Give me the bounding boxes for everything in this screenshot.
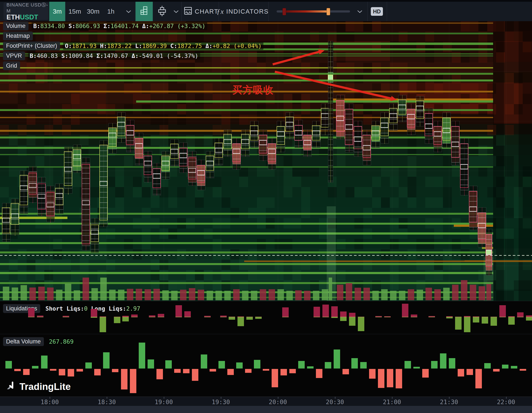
slider-dropdown-chevron-icon[interactable] bbox=[356, 2, 363, 21]
delta-negative-bar bbox=[458, 369, 464, 376]
liq-baseline-tick bbox=[482, 317, 488, 317]
delta-positive-bar bbox=[103, 352, 110, 368]
liq-baseline-tick bbox=[464, 317, 470, 317]
long-liquidation-bar bbox=[508, 317, 515, 325]
grid-indicator-label[interactable]: Grid bbox=[3, 61, 20, 70]
symbol-selector[interactable]: BINANCE USDⓈ-M ETHUSDT bbox=[3, 3, 48, 20]
delta-negative-bar bbox=[183, 369, 190, 373]
liquidations-label[interactable]: Liquidations bbox=[3, 304, 40, 313]
liq-baseline-tick bbox=[473, 317, 479, 317]
liq-baseline-tick bbox=[229, 317, 235, 317]
footprint-icon bbox=[139, 6, 149, 17]
footprint-view-button[interactable] bbox=[135, 2, 153, 21]
candlestick-icon bbox=[157, 5, 167, 18]
delta-negative-bar bbox=[59, 369, 65, 375]
liquidations-header: Liquidations Short Liqs:0 Long Liqs:2.97 bbox=[3, 304, 142, 313]
liq-baseline-tick bbox=[282, 317, 289, 317]
candle-style-chevron-icon[interactable] bbox=[172, 2, 180, 21]
liq-baseline-tick bbox=[428, 317, 435, 317]
delta-negative-bar bbox=[520, 369, 526, 371]
toolbar-divider bbox=[387, 2, 387, 21]
indicator-row-footprint: FootPrint+ (Cluster) O:1871.93 H:1873.22… bbox=[3, 41, 263, 50]
delta-positive-bar bbox=[511, 366, 517, 368]
chart-button[interactable]: CHART bbox=[185, 2, 217, 21]
short-liquidation-bar bbox=[499, 305, 506, 317]
short-liquidation-bar bbox=[323, 305, 329, 317]
time-axis[interactable]: 18:0018:3019:0019:3020:0020:3021:0021:30… bbox=[0, 397, 532, 406]
delta-positive-bar bbox=[413, 367, 420, 368]
short-liquidation-bar bbox=[282, 307, 289, 317]
delta-positive-bar bbox=[440, 353, 446, 368]
hd-quality-badge[interactable]: HD bbox=[371, 7, 383, 16]
delta-negative-bar bbox=[192, 369, 198, 381]
delta-positive-bar bbox=[334, 349, 340, 368]
delta-positive-bar bbox=[254, 360, 260, 368]
long-liquidation-bar bbox=[340, 317, 347, 321]
liq-baseline-tick bbox=[100, 317, 106, 317]
delta-positive-bar bbox=[405, 361, 411, 368]
liq-baseline-tick bbox=[491, 317, 497, 317]
tradinglite-watermark: TradingLite bbox=[6, 381, 71, 393]
timeframe-15m[interactable]: 15m bbox=[66, 2, 83, 21]
delta-negative-bar bbox=[14, 369, 21, 371]
long-liquidation-bar bbox=[358, 317, 364, 331]
time-axis-label: 21:30 bbox=[440, 399, 458, 406]
footprint-indicator-label[interactable]: FootPrint+ (Cluster) bbox=[3, 41, 60, 50]
delta-volume-label[interactable]: Delta Volume bbox=[3, 337, 44, 346]
liq-baseline-tick bbox=[131, 317, 138, 317]
slider-handle-right[interactable] bbox=[326, 8, 330, 15]
liq-baseline-tick bbox=[114, 317, 120, 317]
volume-indicator-label[interactable]: Volume bbox=[3, 22, 28, 30]
delta-positive-bar bbox=[85, 362, 92, 368]
slider-handle-left[interactable] bbox=[282, 8, 286, 15]
vpvr-indicator-label[interactable]: VPVR bbox=[3, 51, 25, 60]
delta-negative-bar bbox=[387, 369, 393, 387]
indicators-button[interactable]: ƒx INDICATORS bbox=[222, 2, 263, 21]
delta-volume-header: Delta Volume 267.869 bbox=[3, 337, 75, 346]
heatmap-indicator-label[interactable]: Heatmap bbox=[3, 32, 33, 40]
liq-baseline-tick bbox=[349, 317, 355, 317]
delta-negative-bar bbox=[493, 369, 500, 372]
chart-layout-icon bbox=[184, 7, 192, 16]
indicator-row-heatmap: Heatmap bbox=[3, 32, 33, 40]
liq-baseline-tick bbox=[314, 317, 320, 317]
timeframe-30m[interactable]: 30m bbox=[84, 2, 102, 21]
slider-track[interactable] bbox=[276, 10, 350, 12]
liq-baseline-tick bbox=[184, 317, 191, 317]
long-liquidation-bar bbox=[246, 317, 253, 320]
liq-baseline-tick bbox=[149, 317, 155, 317]
delta-negative-bar bbox=[209, 369, 216, 372]
heatmap-intensity-slider[interactable] bbox=[276, 2, 350, 21]
short-liquidation-bar bbox=[184, 311, 191, 317]
liq-baseline-tick bbox=[384, 317, 391, 317]
timeframe-1h[interactable]: 1h bbox=[104, 2, 118, 21]
long-liquidation-bar bbox=[349, 317, 355, 326]
liquidations-pane[interactable]: Liquidations Short Liqs:0 Long Liqs:2.97 bbox=[0, 301, 532, 334]
delta-volume-pane[interactable]: Delta Volume 267.869 bbox=[0, 334, 532, 397]
main-chart-canvas[interactable]: 买方吸收 bbox=[0, 21, 532, 301]
delta-positive-bar bbox=[484, 363, 491, 368]
liq-baseline-tick bbox=[158, 317, 164, 317]
timeframe-dropdown-chevron-icon[interactable] bbox=[125, 2, 132, 21]
indicator-row-vpvr: VPVR B:460.83 S:1009.84 Σ:1470.67 Δ:-549… bbox=[3, 51, 200, 60]
delta-positive-bar bbox=[165, 360, 172, 368]
delta-negative-bar bbox=[50, 369, 57, 371]
time-axis-label: 19:30 bbox=[212, 399, 230, 406]
delta-negative-bar bbox=[68, 369, 74, 376]
liq-baseline-tick bbox=[446, 317, 453, 317]
short-liquidation-bar bbox=[331, 306, 338, 317]
long-liquidation-bar bbox=[455, 317, 462, 330]
delta-negative-bar bbox=[272, 369, 278, 387]
delta-negative-bar bbox=[466, 369, 473, 375]
delta-negative-bar bbox=[112, 369, 118, 372]
short-liquidation-bar bbox=[402, 304, 408, 317]
liq-baseline-tick bbox=[526, 317, 532, 317]
vpvr-indicator-values: B:460.83 S:1009.84 Σ:1470.67 Δ:-549.01 (… bbox=[28, 52, 200, 60]
candle-style-button[interactable] bbox=[154, 2, 170, 21]
delta-positive-bar bbox=[32, 366, 38, 368]
timeframe-3m[interactable]: 3m bbox=[49, 2, 65, 21]
delta-negative-bar bbox=[475, 369, 482, 388]
chart-button-label: CHART bbox=[195, 8, 218, 15]
liq-baseline-tick bbox=[246, 317, 253, 317]
delta-negative-bar bbox=[174, 369, 181, 373]
